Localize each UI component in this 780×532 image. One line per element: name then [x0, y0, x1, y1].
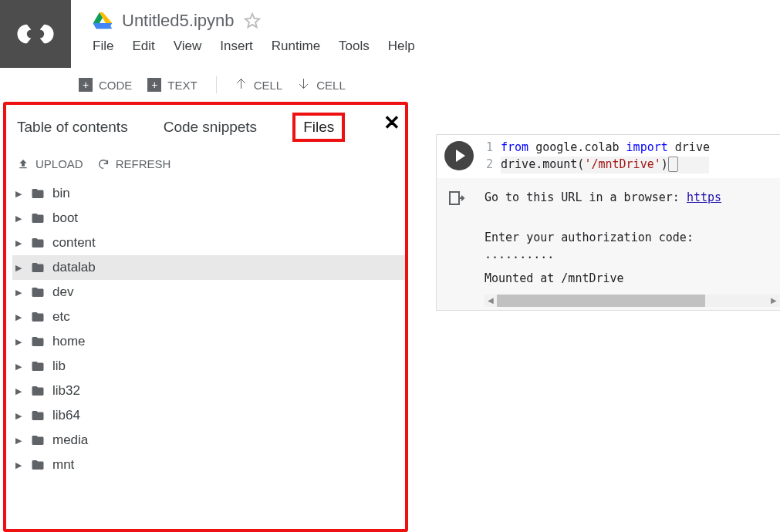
upload-button[interactable]: UPLOAD	[17, 157, 83, 170]
folder-icon	[29, 261, 46, 274]
folder-icon	[29, 187, 46, 200]
expand-arrow-icon[interactable]: ▶	[15, 214, 23, 224]
refresh-button[interactable]: REFRESH	[97, 157, 171, 170]
expand-arrow-icon[interactable]: ▶	[15, 411, 23, 421]
code-editor[interactable]: from google.colab import drive drive.mou…	[501, 140, 710, 173]
document-title[interactable]: Untitled5.ipynb	[122, 11, 235, 31]
expand-arrow-icon[interactable]: ▶	[15, 288, 23, 298]
tree-item-label: boot	[52, 210, 78, 226]
folder-icon	[29, 236, 46, 250]
close-panel-button[interactable]: ✕	[383, 111, 400, 135]
folder-icon	[29, 335, 46, 348]
workspace: Table of contents Code snippets Files ✕ …	[0, 102, 780, 532]
tree-item-lib64[interactable]: ▶lib64	[12, 403, 405, 428]
tree-item-boot[interactable]: ▶boot	[12, 206, 405, 231]
toolbar: + CODE + TEXT 🡡 CELL 🡣 CELL	[0, 68, 780, 102]
expand-arrow-icon[interactable]: ▶	[15, 263, 23, 273]
svg-rect-0	[450, 192, 459, 204]
tree-item-label: datalab	[52, 260, 96, 275]
plus-icon: +	[147, 78, 161, 92]
tree-item-home[interactable]: ▶home	[12, 329, 405, 354]
tab-toc[interactable]: Table of contents	[17, 119, 128, 136]
menu-view[interactable]: View	[174, 39, 202, 54]
expand-arrow-icon[interactable]: ▶	[15, 386, 23, 396]
folder-icon	[29, 433, 46, 447]
tree-item-label: lib32	[52, 383, 80, 399]
cell-up-button[interactable]: 🡡 CELL	[231, 76, 288, 93]
tree-item-dev[interactable]: ▶dev	[12, 280, 405, 305]
output-icon[interactable]	[447, 189, 471, 210]
tree-item-media[interactable]: ▶media	[12, 428, 405, 453]
tree-item-label: etc	[52, 309, 70, 325]
expand-arrow-icon[interactable]: ▶	[15, 238, 23, 248]
tree-item-mnt[interactable]: ▶mnt	[12, 453, 405, 477]
expand-arrow-icon[interactable]: ▶	[15, 460, 23, 470]
output-text: Go to this URL in a browser: https Enter…	[485, 187, 780, 288]
side-panel: Table of contents Code snippets Files ✕ …	[3, 102, 408, 532]
expand-arrow-icon[interactable]: ▶	[15, 312, 23, 322]
tab-snippets[interactable]: Code snippets	[164, 119, 257, 136]
toolbar-separator	[216, 76, 217, 93]
tree-item-etc[interactable]: ▶etc	[12, 305, 405, 329]
add-text-button[interactable]: + TEXT	[143, 76, 201, 93]
file-tree[interactable]: ▶bin▶boot▶content▶datalab▶dev▶etc▶home▶l…	[6, 180, 405, 529]
folder-icon	[29, 409, 46, 423]
tree-item-label: bin	[52, 186, 70, 201]
tree-item-label: lib	[52, 359, 66, 374]
auth-url-link[interactable]: https	[687, 190, 721, 204]
menu-help[interactable]: Help	[388, 39, 415, 54]
file-actions: UPLOAD REFRESH	[6, 153, 405, 180]
menu-edit[interactable]: Edit	[132, 39, 154, 54]
cell-output: Go to this URL in a browser: https Enter…	[437, 178, 780, 310]
tree-item-label: dev	[52, 285, 73, 300]
add-code-button[interactable]: + CODE	[74, 76, 137, 93]
tree-item-label: media	[52, 433, 88, 448]
tree-item-label: content	[52, 235, 96, 251]
drive-icon	[93, 12, 113, 29]
menu-tools[interactable]: Tools	[339, 39, 370, 54]
star-icon[interactable]	[244, 12, 261, 29]
menu-file[interactable]: File	[93, 39, 113, 54]
refresh-icon	[97, 158, 110, 170]
expand-arrow-icon[interactable]: ▶	[15, 337, 23, 347]
arrow-up-icon: 🡡	[235, 78, 248, 92]
folder-icon	[29, 458, 46, 472]
folder-icon	[29, 359, 46, 373]
tree-item-datalab[interactable]: ▶datalab	[12, 255, 405, 280]
tree-item-label: lib64	[52, 408, 80, 423]
tree-item-label: home	[52, 334, 86, 349]
folder-icon	[29, 384, 46, 398]
notebook-area: 12 from google.colab import drive drive.…	[408, 102, 780, 532]
menu-insert[interactable]: Insert	[220, 39, 253, 54]
panel-tabs: Table of contents Code snippets Files ✕	[6, 105, 405, 153]
app-header: Untitled5.ipynb File Edit View Insert Ru…	[0, 0, 780, 68]
folder-icon	[29, 310, 46, 324]
folder-icon	[29, 211, 46, 225]
plus-icon: +	[79, 78, 93, 92]
expand-arrow-icon[interactable]: ▶	[15, 189, 23, 199]
tab-files[interactable]: Files	[292, 113, 345, 142]
run-cell-button[interactable]	[444, 141, 474, 170]
menu-bar: File Edit View Insert Runtime Tools Help	[93, 39, 415, 54]
output-h-scrollbar[interactable]: ◀▶	[485, 295, 780, 307]
tree-item-label: mnt	[52, 457, 74, 473]
code-cell[interactable]: 12 from google.colab import drive drive.…	[436, 134, 780, 311]
expand-arrow-icon[interactable]: ▶	[15, 436, 23, 446]
line-gutter: 12	[486, 140, 501, 173]
tree-item-bin[interactable]: ▶bin	[12, 181, 405, 206]
colab-logo-icon	[14, 20, 57, 48]
menu-runtime[interactable]: Runtime	[272, 39, 320, 54]
tree-item-lib32[interactable]: ▶lib32	[12, 379, 405, 403]
arrow-down-icon: 🡣	[298, 78, 310, 92]
cell-down-button[interactable]: 🡣 CELL	[293, 76, 350, 93]
play-icon	[456, 150, 465, 162]
tree-item-lib[interactable]: ▶lib	[12, 354, 405, 379]
folder-icon	[29, 285, 46, 299]
upload-icon	[17, 158, 29, 170]
colab-logo[interactable]	[0, 0, 71, 68]
tree-item-content[interactable]: ▶content	[12, 231, 405, 255]
expand-arrow-icon[interactable]: ▶	[15, 362, 23, 372]
